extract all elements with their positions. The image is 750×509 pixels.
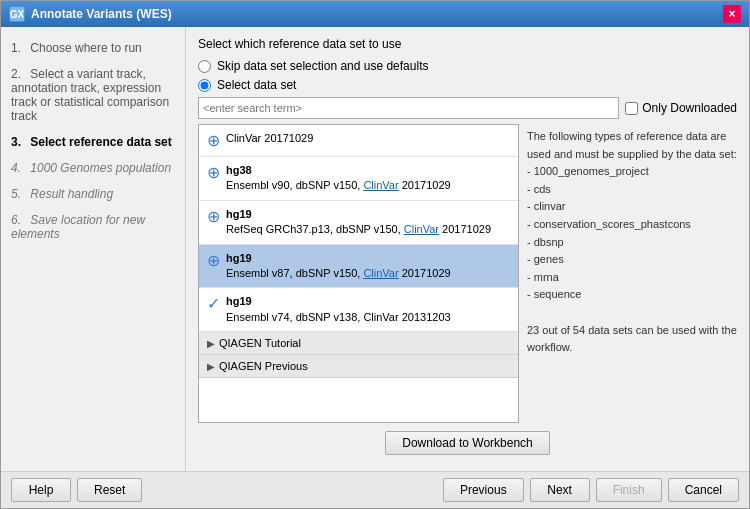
hg38-title: hg38 <box>226 163 451 178</box>
group-tutorial-label: QIAGEN Tutorial <box>219 337 301 349</box>
list-item-hg19-ensembl87[interactable]: ⊕ hg19 Ensembl v87, dbSNP v150, ClinVar … <box>199 245 518 289</box>
hg19-refseq-title: hg19 <box>226 207 491 222</box>
radio-select-label[interactable]: Select data set <box>217 78 296 92</box>
sidebar-item-5: 5. Result handling <box>11 185 175 203</box>
next-button[interactable]: Next <box>530 478 590 502</box>
content-area: 1. Choose where to run 2. Select a varia… <box>1 27 749 471</box>
plus-icon-clinvar: ⊕ <box>207 131 220 150</box>
cancel-button[interactable]: Cancel <box>668 478 739 502</box>
group-qiagen-tutorial[interactable]: ▶ QIAGEN Tutorial <box>199 332 518 355</box>
close-button[interactable]: × <box>723 5 741 23</box>
radio-select-row: Select data set <box>198 78 737 92</box>
info-panel: The following types of reference data ar… <box>527 124 737 431</box>
hg19-refseq-clinvar-link[interactable]: ClinVar <box>404 223 439 235</box>
hg38-subtitle: Ensembl v90, dbSNP v150, ClinVar 2017102… <box>226 178 451 193</box>
hg19-e74-title: hg19 <box>226 294 451 309</box>
list-item-clinvar[interactable]: ⊕ ClinVar 20171029 <box>199 125 518 157</box>
check-icon-hg19-ensembl74: ✓ <box>207 294 220 313</box>
only-downloaded-checkbox[interactable] <box>625 102 638 115</box>
sidebar-item-6: 6. Save location for new elements <box>11 211 175 243</box>
list-panel: ⊕ ClinVar 20171029 ⊕ hg38 Ensembl v90, d… <box>198 124 519 431</box>
split-panel: ⊕ ClinVar 20171029 ⊕ hg38 Ensembl v90, d… <box>198 124 737 431</box>
arrow-qiagen-tutorial: ▶ <box>207 338 215 349</box>
previous-button[interactable]: Previous <box>443 478 524 502</box>
sidebar-item-3: 3. Select reference data set <box>11 133 175 151</box>
main-panel: Select which reference data set to use S… <box>186 27 749 471</box>
search-input[interactable] <box>198 97 619 119</box>
plus-icon-hg19-ensembl87: ⊕ <box>207 251 220 270</box>
clinvar-label: ClinVar 20171029 <box>226 132 313 144</box>
group-previous-label: QIAGEN Previous <box>219 360 308 372</box>
footer: Help Reset Previous Next Finish Cancel <box>1 471 749 508</box>
radio-skip-label[interactable]: Skip data set selection and use defaults <box>217 59 428 73</box>
search-row: Only Downloaded <box>198 97 737 119</box>
list-item-hg19-ensembl74[interactable]: ✓ hg19 Ensembl v74, dbSNP v138, ClinVar … <box>199 288 518 332</box>
info-text: The following types of reference data ar… <box>527 128 737 357</box>
only-downloaded-row: Only Downloaded <box>625 101 737 115</box>
radio-skip[interactable] <box>198 60 211 73</box>
dataset-list[interactable]: ⊕ ClinVar 20171029 ⊕ hg38 Ensembl v90, d… <box>198 124 519 423</box>
radio-skip-row: Skip data set selection and use defaults <box>198 59 737 73</box>
hg38-clinvar-link[interactable]: ClinVar <box>363 179 398 191</box>
footer-left: Help Reset <box>11 478 142 502</box>
app-icon: GX <box>9 6 25 22</box>
window-title: Annotate Variants (WES) <box>31 7 172 21</box>
footer-right: Previous Next Finish Cancel <box>443 478 739 502</box>
section-title: Select which reference data set to use <box>198 37 737 51</box>
main-window: GX Annotate Variants (WES) × 1. Choose w… <box>0 0 750 509</box>
download-workbench-button[interactable]: Download to Workbench <box>385 431 550 455</box>
hg19-e74-subtitle: Ensembl v74, dbSNP v138, ClinVar 2013120… <box>226 310 451 325</box>
sidebar-item-1: 1. Choose where to run <box>11 39 175 57</box>
list-item-hg38[interactable]: ⊕ hg38 Ensembl v90, dbSNP v150, ClinVar … <box>199 157 518 201</box>
title-bar: GX Annotate Variants (WES) × <box>1 1 749 27</box>
sidebar-item-2: 2. Select a variant track, annotation tr… <box>11 65 175 125</box>
title-bar-left: GX Annotate Variants (WES) <box>9 6 172 22</box>
download-row: Download to Workbench <box>198 431 737 455</box>
radio-select[interactable] <box>198 79 211 92</box>
hg19-e87-subtitle: Ensembl v87, dbSNP v150, ClinVar 2017102… <box>226 266 451 281</box>
sidebar-item-4: 4. 1000 Genomes population <box>11 159 175 177</box>
arrow-qiagen-previous: ▶ <box>207 361 215 372</box>
reset-button[interactable]: Reset <box>77 478 142 502</box>
hg19-e87-title: hg19 <box>226 251 451 266</box>
plus-icon-hg38: ⊕ <box>207 163 220 182</box>
list-item-hg19-refseq[interactable]: ⊕ hg19 RefSeq GRCh37.p13, dbSNP v150, Cl… <box>199 201 518 245</box>
help-button[interactable]: Help <box>11 478 71 502</box>
sidebar: 1. Choose where to run 2. Select a varia… <box>1 27 186 471</box>
only-downloaded-label[interactable]: Only Downloaded <box>642 101 737 115</box>
hg19-e87-clinvar-link[interactable]: ClinVar <box>363 267 398 279</box>
finish-button[interactable]: Finish <box>596 478 662 502</box>
plus-icon-hg19-refseq: ⊕ <box>207 207 220 226</box>
group-qiagen-previous[interactable]: ▶ QIAGEN Previous <box>199 355 518 378</box>
hg19-refseq-subtitle: RefSeq GRCh37.p13, dbSNP v150, ClinVar 2… <box>226 222 491 237</box>
